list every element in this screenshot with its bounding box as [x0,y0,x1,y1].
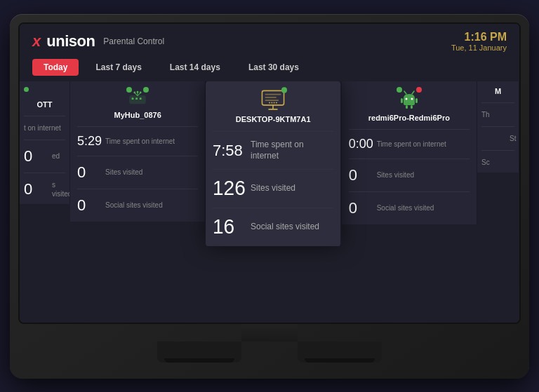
stat-label: ed [52,151,65,161]
svg-line-23 [412,91,414,94]
tv-base [157,342,382,363]
device-header-desktop: DESKTOP-9KTM7A1 [213,88,333,123]
svg-rect-0 [130,95,145,103]
stat-label: t on internet [24,123,65,133]
stat-row: 0 s visited [24,180,65,198]
device-header-redmi: redmi6Pro-Redmi6Pro [349,88,470,122]
svg-rect-3 [140,97,142,100]
svg-rect-24 [401,98,403,103]
stat-value-internet: 5:29 [77,134,102,149]
logo-area: x unison Parental Control [32,32,164,50]
svg-point-8 [137,90,139,93]
stat-row: t on internet [24,123,65,133]
device-card-ott[interactable]: OTT t on internet 0 ed 0 s [20,81,70,204]
device-card-desktop[interactable]: DESKTOP-9KTM7A1 7:58 Time spent on inter… [206,81,341,246]
logo-name: unison [46,32,95,50]
device-name-redmi: redmi6Pro-Redmi6Pro [368,114,450,122]
svg-rect-26 [406,105,408,109]
clock-date: Tue, 11 January [451,43,507,52]
stat-row-partial1: Th [481,110,514,119]
stat-label-social: Social sites visited [105,201,198,210]
devices-row: OTT t on internet 0 ed 0 s [20,81,519,317]
stat-value: 0 [24,147,49,165]
stat-label-internet: Time spent on internet [105,137,198,146]
stat-social-myhub: 0 Social sites visited [77,196,198,215]
device-name-ott: OTT [24,100,65,109]
tv-shell: x unison Parental Control 1:16 PM Tue, 1… [10,14,529,379]
parental-label: Parental Control [103,36,164,46]
svg-point-20 [405,97,407,100]
svg-rect-1 [132,97,134,100]
tabs-bar: Today Last 7 days Last 14 days Last 30 d… [20,56,519,81]
header: x unison Parental Control 1:16 PM Tue, 1… [20,24,519,56]
stat-internet-desktop: 7:58 Time spent on internet [213,139,333,161]
tab-today[interactable]: Today [32,59,79,76]
logo-x-icon: x [32,32,41,50]
stat-label-sites-desktop: Sites visited [251,182,333,194]
stat-label-sites-redmi: Sites visited [377,170,470,180]
clock-time: 1:16 PM [451,31,507,43]
device-card-partial-right[interactable]: M Th St Sc [477,81,519,173]
svg-line-22 [404,91,406,94]
svg-point-18 [274,102,275,103]
device-card-redmi[interactable]: redmi6Pro-Redmi6Pro 0:00 Time spent on i… [342,81,477,224]
stat-internet-myhub: 5:29 Time spent on internet [77,134,198,149]
status-dot-desktop [281,87,287,93]
svg-point-9 [140,91,142,93]
device-name-partial: M [481,87,514,95]
tv-screen: x unison Parental Control 1:16 PM Tue, 1… [18,22,521,324]
svg-point-21 [411,97,413,100]
svg-point-16 [270,102,271,103]
tv-stand [18,324,521,363]
stat-label-sites: Sites visited [105,168,198,177]
app-content: x unison Parental Control 1:16 PM Tue, 1… [20,24,519,323]
device-header-myhub: MyHub_0876 [77,88,198,119]
stat-value-social: 0 [77,196,102,215]
stat-value-social-redmi: 0 [349,199,374,217]
svg-rect-27 [411,105,413,109]
stat-value-sites: 0 [77,163,102,182]
stat-label-internet-desktop: Time spent on internet [251,139,333,161]
stat-internet-redmi: 0:00 Time spent on internet [349,137,470,151]
stat-value-social-desktop: 16 [213,215,248,238]
svg-rect-25 [415,98,418,103]
stat-row-partial2: St [481,134,514,143]
stat-label-social-desktop: Social sites visited [251,222,333,233]
svg-point-17 [272,102,273,103]
stat-value-sites-desktop: 126 [213,177,248,200]
stat-value-internet-redmi: 0:00 [349,137,374,151]
status-dot-redmi-left [397,87,402,93]
tab-30days[interactable]: Last 30 days [237,59,310,76]
device-name-myhub: MyHub_0876 [114,111,161,119]
stat-value-internet-desktop: 7:58 [213,140,248,159]
stat-social-redmi: 0 Social sites visited [349,199,470,217]
svg-rect-15 [265,100,279,101]
status-dot-redmi-right [416,87,422,93]
svg-rect-13 [265,93,281,95]
tv-neck [241,324,298,342]
status-dot-left [126,87,132,93]
stat-social-desktop: 16 Social sites visited [213,215,333,238]
stat-label-partial3: Sc [481,158,514,167]
stat-sites-myhub: 0 Sites visited [77,163,198,182]
clock-area: 1:16 PM Tue, 11 January [451,31,507,52]
tv-leg-left [157,342,241,363]
device-name-desktop: DESKTOP-9KTM7A1 [236,114,311,123]
stat-label: s visited [52,180,70,198]
svg-rect-2 [135,97,138,100]
tab-14days[interactable]: Last 14 days [159,59,232,76]
svg-point-19 [276,102,277,103]
stat-label-partial2: St [510,134,516,143]
tv-leg-right [298,342,382,363]
tab-7days[interactable]: Last 7 days [84,59,152,76]
stat-value-sites-redmi: 0 [349,166,374,184]
devices-strip: OTT t on internet 0 ed 0 s [20,81,519,323]
stat-value: 0 [24,180,49,198]
stat-label-internet-redmi: Time spent on internet [377,140,470,149]
monitor-icon-wrapper [260,88,286,111]
device-card-myhub[interactable]: MyHub_0876 5:29 Time spent on internet 0… [70,81,206,222]
stat-row: 0 ed [24,147,65,165]
stat-sites-redmi: 0 Sites visited [349,166,470,184]
android-icon-wrapper [398,88,420,111]
stat-row-partial3: Sc [481,158,514,167]
